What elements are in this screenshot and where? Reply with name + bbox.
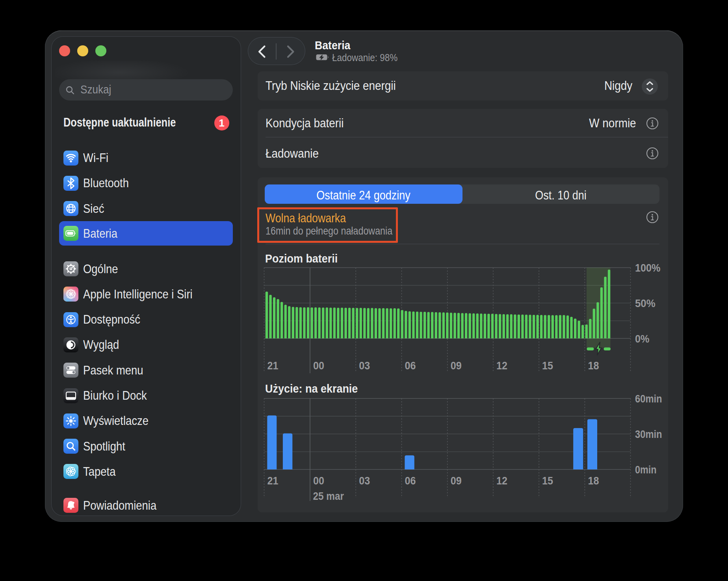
svg-text:06: 06 — [405, 475, 416, 487]
svg-text:30min: 30min — [635, 428, 662, 440]
svg-text:18: 18 — [588, 359, 599, 372]
svg-text:21: 21 — [267, 475, 279, 487]
svg-text:60min: 60min — [635, 393, 662, 405]
svg-text:15: 15 — [542, 475, 553, 487]
svg-text:03: 03 — [359, 475, 370, 487]
svg-text:50%: 50% — [635, 297, 656, 309]
svg-text:00: 00 — [313, 359, 324, 372]
svg-text:21: 21 — [267, 359, 279, 372]
svg-text:12: 12 — [496, 359, 507, 372]
svg-text:0min: 0min — [635, 464, 657, 476]
svg-text:15: 15 — [542, 359, 553, 372]
svg-text:03: 03 — [359, 359, 370, 372]
svg-text:06: 06 — [405, 359, 416, 372]
svg-text:09: 09 — [451, 475, 462, 487]
svg-text:18: 18 — [588, 475, 599, 487]
svg-text:12: 12 — [496, 475, 507, 487]
svg-text:0%: 0% — [635, 333, 649, 345]
svg-text:25 mar: 25 mar — [313, 490, 344, 502]
svg-text:09: 09 — [451, 359, 462, 372]
svg-text:00: 00 — [313, 475, 324, 487]
svg-text:100%: 100% — [635, 262, 661, 274]
